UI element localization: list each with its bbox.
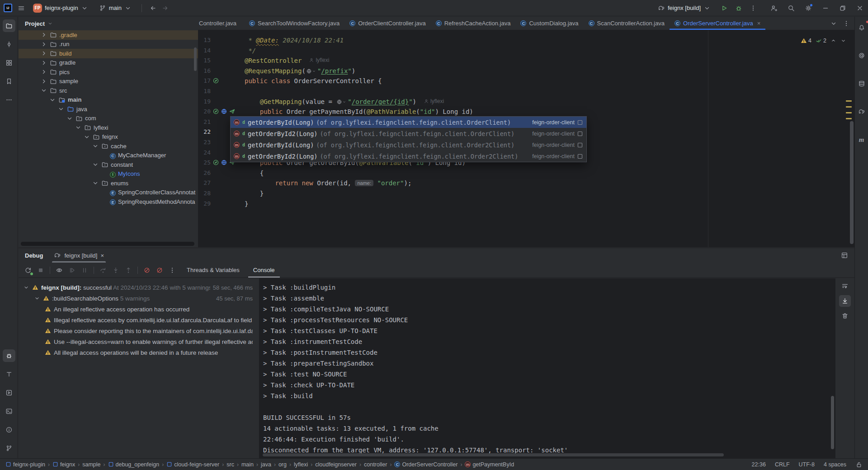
lock-open-icon[interactable] [855,461,863,468]
url-globe-icon[interactable] [306,68,316,74]
breadcrumb-item-feignx-plugin[interactable]: feignx-plugin [5,461,45,468]
tool-window-more-tool-windows-icon[interactable] [3,94,15,106]
maven-icon[interactable]: m [855,133,868,146]
build-tree-row[interactable]: Please consider reporting this to the ma… [19,325,259,336]
tab-OrderServerController.java[interactable]: COrderServerController.java× [670,17,765,30]
tree-item-constant[interactable]: constant [19,160,198,169]
chevron-down-icon[interactable] [57,105,65,113]
pause-program-icon[interactable] [79,264,90,276]
step-out-icon[interactable] [123,264,134,276]
forward-button[interactable] [162,5,169,12]
tree-item-cache[interactable]: cache [19,141,198,151]
chevron-down-icon[interactable] [92,161,99,168]
tab-RefreshCacheAction.java[interactable]: CRefreshCacheAction.java [431,17,516,30]
tree-item-.gradle[interactable]: .gradle [19,30,198,40]
tree-item-lyflexi[interactable]: lyflexi [19,123,198,132]
tree-item-build[interactable]: build [19,49,198,58]
completion-item-getOrderById(Long)[interactable]: mdgetOrderById(Long) (of org.lyflexi.fei… [231,117,586,128]
chevron-down-icon[interactable] [92,142,99,150]
spring-bean-icon[interactable] [212,108,219,115]
chevron-down-icon[interactable] [49,96,56,103]
chevron-right-icon[interactable] [40,59,47,66]
chevron-right-icon[interactable] [40,31,47,38]
gradle-icon[interactable] [855,105,868,118]
tree-item-SpringRequestMethodAnnota[interactable]: ESpringRequestMethodAnnota [19,197,198,207]
tree-item-SpringControllerClassAnnotat[interactable]: ESpringControllerClassAnnotat [19,188,198,197]
tree-item-java[interactable]: java [19,104,198,114]
inspection-widget[interactable]: 4 2 [801,38,846,44]
tree-item-sample[interactable]: sample [19,77,198,86]
code-line-28[interactable]: 28 } [198,188,854,199]
breadcrumb-item-org[interactable]: org [278,461,287,468]
tool-window-git-icon[interactable] [3,442,15,455]
code-line-16[interactable]: 16@RequestMapping("/prefix") [198,66,854,76]
code-line-15[interactable]: 15@RestControllerlyflexi [198,56,854,66]
tab-list-icon[interactable] [830,20,837,27]
mute-breakpoints-icon[interactable] [141,264,153,276]
chevron-right-icon[interactable] [40,78,47,85]
build-tree-row[interactable]: An illegal reflective access operation h… [19,304,259,315]
tool-window-commit-icon[interactable] [3,38,15,51]
tool-window-bookmarks-icon[interactable] [3,75,15,88]
chevron-right-icon[interactable] [40,50,47,57]
status-item-22-36[interactable]: 22:36 [752,461,766,468]
status-item-CRLF[interactable]: CRLF [775,461,790,468]
tool-window-todo-icon[interactable] [3,368,15,381]
url-mapping-icon[interactable] [221,159,227,166]
build-result-tree[interactable]: feignx [build]: successful At 2024/10/23… [19,278,259,458]
resume-program-icon[interactable] [66,264,78,276]
code-line-18[interactable]: 18 [198,86,854,97]
tab-SearchToolWindowFactory.java[interactable]: CSearchToolWindowFactory.java [244,17,344,30]
database-icon[interactable] [855,77,868,90]
status-item-UTF-8[interactable]: UTF-8 [799,461,815,468]
step-into-icon[interactable] [110,264,122,276]
url-mapping-icon[interactable] [221,108,227,115]
scroll-to-end-icon[interactable] [839,295,851,307]
code-line-27[interactable]: 27 return new Order(id, name: "order"); [198,178,854,188]
console-pane[interactable]: > Task :buildPlugin > Task :assemble > T… [259,278,835,458]
main-menu-icon[interactable] [18,5,25,12]
build-tree-row[interactable]: All illegal access operations will be de… [19,347,259,358]
tab-Controller.java[interactable]: Controller.java [198,17,244,30]
tree-vertical-scrollbar[interactable] [194,47,197,71]
chevron-right-icon[interactable] [40,68,47,75]
remove-breakpoints-icon[interactable] [154,264,165,276]
run-configuration[interactable]: feignx [build] [655,3,713,14]
chevron-down-icon[interactable] [75,124,82,131]
tab-OrderClientController.java[interactable]: COrderClientController.java [344,17,431,30]
breadcrumb-item-OrderServerController[interactable]: COrderServerController [394,461,458,468]
chevron-down-icon[interactable] [92,179,99,187]
close-button[interactable] [856,5,863,12]
navigate-feign-icon[interactable] [229,108,236,115]
tool-window-services-icon[interactable] [3,386,15,399]
tree-item-MyCacheManager[interactable]: CMyCacheManager [19,151,198,160]
code-line-14[interactable]: 14 */ [198,46,854,56]
breadcrumb-item-cloud-feign-server[interactable]: cloud-feign-server [166,461,219,468]
run-button[interactable] [721,5,728,12]
tab-console[interactable]: Console [248,263,280,277]
console-output[interactable]: > Task :buildPlugin > Task :assemble > T… [263,282,826,456]
breadcrumb-item-debug_openfeign[interactable]: debug_openfeign [108,461,160,468]
tree-item-feignx[interactable]: feignx [19,132,198,142]
chevron-down-icon[interactable] [40,87,47,94]
console-horizontal-scrollbar[interactable] [263,453,724,456]
tab-ScanControllerAction.java[interactable]: CScanControllerAction.java [584,17,670,30]
clear-console-icon[interactable] [839,310,851,322]
prev-problem-icon[interactable] [830,38,836,44]
more-options-icon[interactable] [166,264,178,276]
completion-item-getOrderById2(Long)[interactable]: mdgetOrderById2(Long) (of org.lyflexi.fe… [231,150,586,162]
step-over-icon[interactable] [97,264,109,276]
spring-bean-icon[interactable] [212,77,219,84]
breadcrumb-item-controller[interactable]: controller [364,461,387,468]
vcs-widget[interactable]: main [96,3,134,14]
rerun-debug-icon[interactable] [22,264,34,276]
build-tree-row[interactable]: Use --illegal-access=warn to enable warn… [19,336,259,347]
tab-threads-variables[interactable]: Threads & Variables [182,263,245,277]
debug-session-tab[interactable]: feignx [build] × [52,248,106,263]
breadcrumb-item-src[interactable]: src [226,461,234,468]
restore-button[interactable] [839,5,846,12]
back-button[interactable] [149,5,156,12]
debug-button[interactable] [735,5,742,12]
view-breakpoints-icon[interactable] [53,264,65,276]
chevron-down-icon[interactable] [66,115,73,122]
